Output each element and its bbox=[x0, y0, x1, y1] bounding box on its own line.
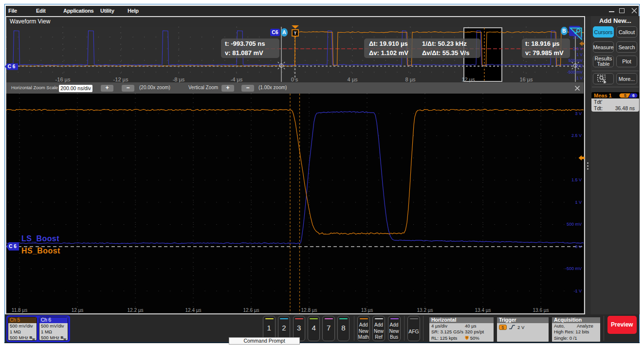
svg-text:T: T bbox=[466, 336, 468, 339]
svg-text:T: T bbox=[294, 30, 297, 36]
svg-text:5: 5 bbox=[624, 93, 626, 98]
svg-text:6: 6 bbox=[632, 93, 635, 98]
